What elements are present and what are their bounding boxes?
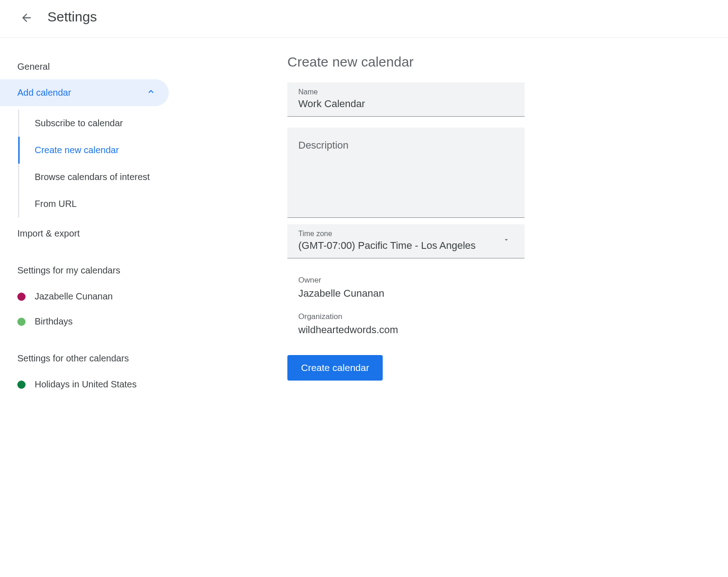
subitem-browse[interactable]: Browse calendars of interest bbox=[19, 164, 182, 191]
name-label: Name bbox=[298, 88, 514, 96]
back-arrow-icon[interactable] bbox=[20, 11, 31, 22]
calendar-item-jazabelle[interactable]: Jazabelle Cunanan bbox=[0, 284, 182, 309]
sidebar: General Add calendar Subscribe to calend… bbox=[0, 54, 182, 397]
calendar-label: Birthdays bbox=[35, 316, 73, 327]
description-field[interactable]: Description bbox=[287, 128, 525, 218]
sidebar-item-general[interactable]: General bbox=[0, 54, 182, 79]
sidebar-item-add-calendar[interactable]: Add calendar bbox=[0, 79, 169, 106]
subitem-subscribe[interactable]: Subscribe to calendar bbox=[19, 110, 182, 137]
description-label: Description bbox=[298, 133, 514, 151]
owner-label: Owner bbox=[298, 276, 514, 285]
owner-block: Owner Jazabelle Cunanan bbox=[287, 269, 525, 306]
other-calendars-header: Settings for other calendars bbox=[0, 345, 182, 372]
organization-block: Organization wildheartedwords.com bbox=[287, 306, 525, 342]
page-title: Settings bbox=[47, 9, 97, 25]
color-dot bbox=[17, 381, 26, 389]
my-calendars-header: Settings for my calendars bbox=[0, 257, 182, 284]
owner-value: Jazabelle Cunanan bbox=[298, 288, 514, 299]
sidebar-item-label: Add calendar bbox=[17, 88, 71, 98]
add-calendar-submenu: Subscribe to calendar Create new calenda… bbox=[18, 110, 182, 217]
dropdown-arrow-icon bbox=[503, 236, 514, 245]
main-content: Create new calendar Name Description Tim… bbox=[182, 54, 552, 397]
main-title: Create new calendar bbox=[287, 54, 525, 70]
color-dot bbox=[17, 318, 26, 326]
chevron-up-icon bbox=[146, 87, 156, 99]
calendar-label: Jazabelle Cunanan bbox=[35, 291, 113, 302]
create-calendar-button[interactable]: Create calendar bbox=[287, 355, 383, 381]
timezone-value: (GMT-07:00) Pacific Time - Los Angeles bbox=[298, 240, 503, 252]
sidebar-item-import-export[interactable]: Import & export bbox=[0, 221, 182, 246]
subitem-from-url[interactable]: From URL bbox=[19, 191, 182, 217]
timezone-field[interactable]: Time zone (GMT-07:00) Pacific Time - Los… bbox=[287, 224, 525, 258]
subitem-create-new[interactable]: Create new calendar bbox=[18, 137, 182, 164]
organization-label: Organization bbox=[298, 312, 514, 321]
color-dot bbox=[17, 293, 26, 301]
name-input[interactable] bbox=[298, 98, 514, 110]
calendar-item-birthdays[interactable]: Birthdays bbox=[0, 309, 182, 334]
header: Settings bbox=[0, 0, 728, 38]
calendar-label: Holidays in United States bbox=[35, 379, 136, 390]
organization-value: wildheartedwords.com bbox=[298, 324, 514, 336]
name-field[interactable]: Name bbox=[287, 82, 525, 117]
calendar-item-holidays-us[interactable]: Holidays in United States bbox=[0, 372, 182, 397]
timezone-label: Time zone bbox=[298, 230, 503, 238]
